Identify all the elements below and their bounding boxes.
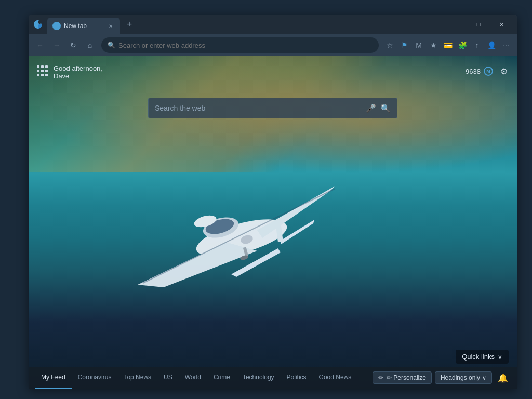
nav-bar: ← → ↻ ⌂ 🔍 ☆ ⚑ M ★ 💳 🧩 ↑ 👤 ···	[29, 34, 517, 56]
bell-button[interactable]: 🔔	[495, 370, 511, 385]
greeting-line2: Dave	[54, 72, 102, 80]
plane-image	[60, 108, 423, 368]
news-tab-politics[interactable]: Politics	[281, 367, 313, 389]
back-button[interactable]: ←	[33, 38, 47, 52]
quick-links-chevron-icon: ∨	[498, 353, 502, 361]
points-value: 9638	[466, 68, 481, 75]
minimize-button[interactable]: —	[444, 16, 467, 33]
address-bar[interactable]: 🔍	[101, 37, 379, 53]
profile-icon[interactable]: M	[412, 38, 425, 52]
collections-icon[interactable]: ⚑	[397, 38, 411, 52]
add-to-favorites-icon[interactable]: ★	[427, 38, 440, 52]
browser-profile-icon[interactable]: 👤	[485, 38, 498, 52]
search-container: 🎤 🔍	[148, 98, 397, 118]
news-tab-world[interactable]: World	[179, 367, 207, 389]
news-tab-technology[interactable]: Technology	[236, 367, 281, 389]
quick-links-button[interactable]: Quick links ∨	[456, 350, 509, 364]
greeting-line1: Good afternoon,	[54, 64, 102, 72]
quick-links-label: Quick links	[462, 353, 495, 361]
tab-close-icon[interactable]: ✕	[107, 22, 115, 30]
points-area: 9638 M ⚙	[466, 64, 511, 78]
extensions-icon[interactable]: 🧩	[456, 38, 469, 52]
news-tab-coronavirus[interactable]: Coronavirus	[72, 367, 118, 389]
close-button[interactable]: ✕	[490, 16, 513, 33]
content-area: Good afternoon, Dave 9638 M ⚙ 🎤 🔍	[29, 56, 517, 389]
news-tab-my-feed[interactable]: My Feed	[35, 367, 72, 389]
news-tab-crime[interactable]: Crime	[207, 367, 236, 389]
refresh-button[interactable]: ↻	[66, 38, 81, 52]
search-input[interactable]	[155, 104, 366, 112]
window-controls: — □ ✕	[444, 16, 513, 33]
settings-button[interactable]: ⚙	[497, 64, 511, 78]
news-bar: My FeedCoronavirusTop NewsUSWorldCrimeTe…	[29, 367, 517, 389]
greeting-text: Good afternoon, Dave	[54, 64, 102, 80]
personalize-button[interactable]: ✏ ✏ Personalize	[373, 371, 432, 384]
search-icon: 🔍	[108, 42, 115, 49]
forward-button[interactable]: →	[49, 38, 64, 52]
headings-only-label: Headings only	[441, 374, 480, 381]
wallet-icon[interactable]: 💳	[441, 38, 455, 52]
pencil-icon: ✏	[378, 374, 383, 381]
edge-logo-icon	[33, 19, 43, 30]
svg-marker-6	[281, 220, 314, 244]
headings-chevron-icon: ∨	[482, 375, 486, 381]
points-display[interactable]: 9638 M	[466, 66, 493, 76]
news-tab-good-news[interactable]: Good News	[313, 367, 358, 389]
points-reward-icon: M	[484, 66, 493, 76]
greeting-area: Good afternoon, Dave	[37, 64, 102, 80]
title-bar: New tab ✕ + — □ ✕	[29, 15, 517, 34]
search-box: 🎤 🔍	[148, 98, 397, 118]
new-tab-button[interactable]: +	[122, 17, 137, 32]
headings-only-button[interactable]: Headings only ∨	[435, 371, 492, 384]
apps-button[interactable]	[37, 65, 48, 77]
search-submit-icon[interactable]: 🔍	[380, 103, 391, 113]
microphone-icon[interactable]: 🎤	[366, 103, 376, 113]
favorites-icon[interactable]: ☆	[383, 38, 396, 52]
home-button[interactable]: ⌂	[83, 38, 97, 52]
maximize-button[interactable]: □	[467, 16, 490, 33]
tab-title: New tab	[64, 22, 104, 30]
tab-favicon	[52, 22, 61, 30]
svg-line-9	[143, 189, 335, 283]
news-tab-top-news[interactable]: Top News	[117, 367, 157, 389]
address-input[interactable]	[118, 42, 373, 49]
more-options-button[interactable]: ···	[499, 38, 513, 52]
window-outer: New tab ✕ + — □ ✕ ← → ↻ ⌂ 🔍 ☆ ⚑ M ★ 💳 🧩 …	[29, 15, 517, 389]
share-icon[interactable]: ↑	[470, 38, 484, 52]
tab[interactable]: New tab ✕	[47, 18, 120, 34]
news-tab-us[interactable]: US	[157, 367, 179, 389]
news-tabs-container: My FeedCoronavirusTop NewsUSWorldCrimeTe…	[35, 367, 357, 389]
personalize-label: ✏ Personalize	[387, 374, 426, 381]
